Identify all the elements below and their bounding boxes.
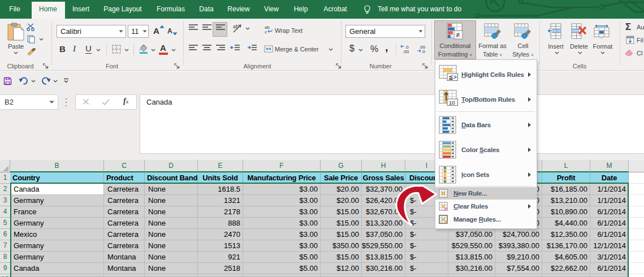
svg-text:c: c bbox=[265, 29, 267, 33]
svg-text:.00: .00 bbox=[403, 49, 409, 54]
svg-text:≠: ≠ bbox=[456, 31, 460, 39]
svg-text:.0: .0 bbox=[421, 49, 425, 54]
svg-text:ab: ab bbox=[233, 24, 239, 29]
